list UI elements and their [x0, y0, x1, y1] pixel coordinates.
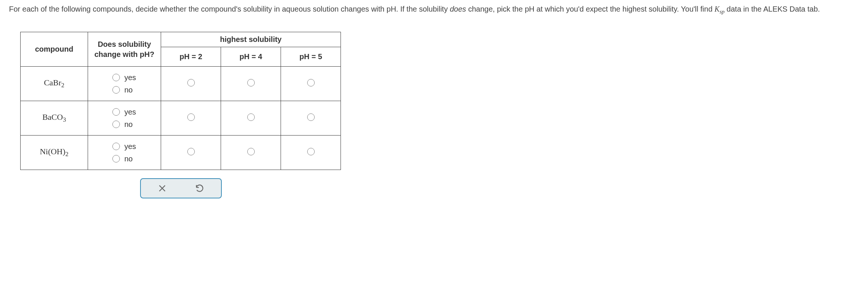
header-change: Does solubility change with pH?	[88, 32, 161, 67]
header-ph4: pH = 4	[221, 47, 281, 67]
label-no: no	[124, 155, 136, 163]
control-panel	[140, 178, 222, 198]
radio-no-3[interactable]	[112, 155, 120, 162]
table-row: BaCO3 yes no	[21, 101, 341, 136]
radio-ph4-2[interactable]	[247, 113, 255, 121]
question-part1: For each of the following compounds, dec…	[9, 5, 450, 13]
close-icon	[157, 183, 167, 193]
radio-yes-2[interactable]	[112, 108, 120, 116]
change-cell-1: yes no	[88, 67, 161, 101]
ksp-symbol: Ksp	[714, 5, 725, 13]
change-cell-3: yes no	[88, 136, 161, 170]
radio-yes-1[interactable]	[112, 74, 120, 81]
change-cell-2: yes no	[88, 101, 161, 136]
radio-no-1[interactable]	[112, 86, 120, 94]
solubility-table: compound Does solubility change with pH?…	[20, 32, 341, 170]
header-ph5: pH = 5	[281, 47, 341, 67]
radio-yes-3[interactable]	[112, 143, 120, 150]
compound-cabr2: CaBr2	[21, 67, 88, 101]
reset-button[interactable]	[194, 183, 205, 194]
header-compound: compound	[21, 32, 88, 67]
table-row: CaBr2 yes no	[21, 67, 341, 101]
radio-ph5-2[interactable]	[307, 113, 315, 121]
table-row: Ni(OH)2 yes no	[21, 136, 341, 170]
radio-ph4-1[interactable]	[247, 79, 255, 86]
question-prompt: For each of the following compounds, dec…	[9, 3, 859, 16]
label-yes: yes	[124, 142, 136, 151]
question-part3: data in the ALEKS Data tab.	[725, 5, 820, 13]
radio-no-2[interactable]	[112, 121, 120, 128]
header-solubility: highest solubility	[161, 32, 341, 47]
undo-icon	[195, 183, 205, 193]
radio-ph2-1[interactable]	[187, 79, 195, 86]
label-no: no	[124, 120, 136, 129]
question-does: does	[450, 5, 466, 13]
label-yes: yes	[124, 73, 136, 82]
compound-nioh2: Ni(OH)2	[21, 136, 88, 170]
radio-ph2-3[interactable]	[187, 148, 195, 155]
label-no: no	[124, 86, 136, 94]
header-ph2: pH = 2	[161, 47, 221, 67]
clear-button[interactable]	[157, 183, 168, 194]
radio-ph4-3[interactable]	[247, 148, 255, 155]
label-yes: yes	[124, 108, 136, 116]
radio-ph5-3[interactable]	[307, 148, 315, 155]
question-part2: change, pick the pH at which you'd expec…	[466, 5, 714, 13]
radio-ph2-2[interactable]	[187, 113, 195, 121]
radio-ph5-1[interactable]	[307, 79, 315, 86]
compound-baco3: BaCO3	[21, 101, 88, 136]
